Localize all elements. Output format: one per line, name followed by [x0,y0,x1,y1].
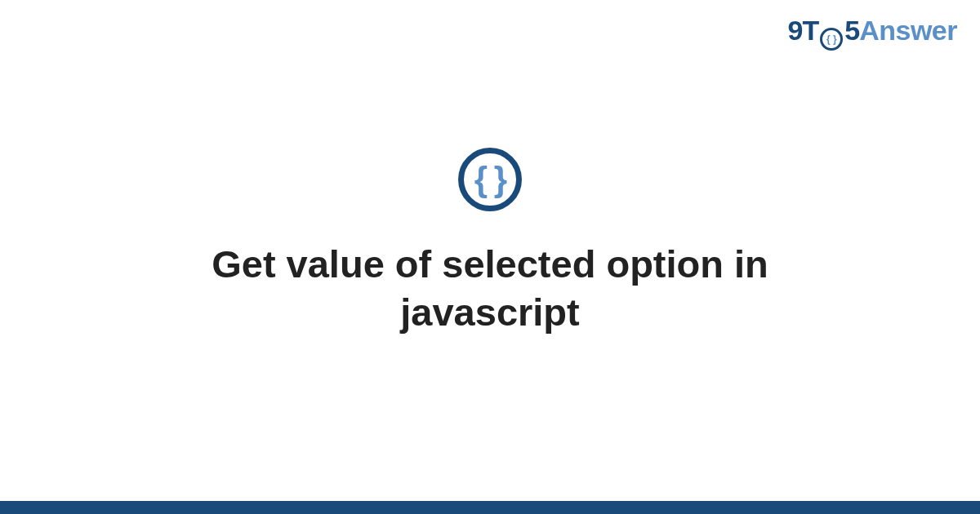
code-icon-glyph: { } [474,160,506,199]
code-icon-wrap: { } [458,148,522,211]
code-braces-icon: { } [458,148,522,211]
page-title: Get value of selected option in javascri… [122,241,858,337]
footer-accent-bar [0,501,980,514]
main-content: { } Get value of selected option in java… [0,0,980,514]
